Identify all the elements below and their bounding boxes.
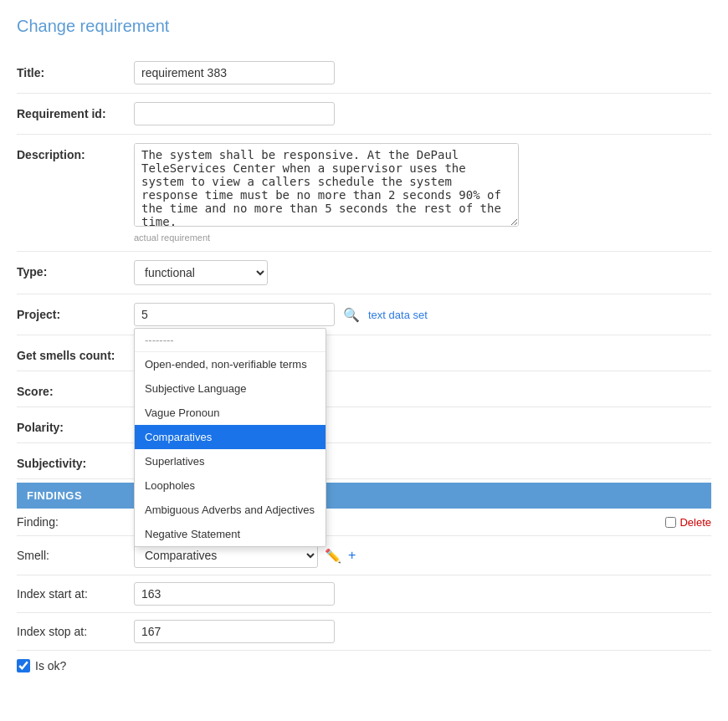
- score-label: Score:: [17, 380, 134, 398]
- project-wrap: 🔍 text data set -------- Open-ended, non…: [134, 303, 711, 326]
- project-row: Project: 🔍 text data set -------- Open-e…: [17, 294, 711, 335]
- dropdown-item-subjective[interactable]: Subjective Language: [135, 376, 326, 401]
- index-stop-field-wrap: [134, 620, 711, 643]
- subjectivity-label: Subjectivity:: [17, 452, 134, 470]
- description-row: Description: actual requirement: [17, 135, 711, 252]
- dropdown-item-negative[interactable]: Negative Statement: [135, 522, 326, 546]
- type-label: Type:: [17, 260, 134, 279]
- findings-header: FINDINGS: [17, 483, 711, 509]
- smell-add-icon[interactable]: +: [348, 548, 356, 563]
- is-ok-checkbox[interactable]: [17, 659, 30, 672]
- smells-count-row: Get smells count:: [17, 335, 711, 371]
- description-textarea[interactable]: [134, 143, 519, 227]
- index-stop-input[interactable]: [134, 620, 335, 643]
- title-input[interactable]: [134, 61, 335, 84]
- req-id-input[interactable]: [134, 102, 335, 125]
- delete-checkbox[interactable]: [665, 517, 676, 528]
- title-row: Title:: [17, 53, 711, 94]
- project-input[interactable]: [134, 303, 335, 326]
- subjectivity-row: Subjectivity:: [17, 443, 711, 479]
- project-search-button[interactable]: 🔍: [341, 305, 361, 325]
- index-start-field-wrap: [134, 582, 711, 606]
- delete-label: Delete: [679, 516, 711, 529]
- polarity-label: Polarity:: [17, 416, 134, 434]
- polarity-row: Polarity:: [17, 407, 711, 443]
- req-id-field-wrap: [134, 102, 711, 125]
- project-label: Project:: [17, 303, 134, 321]
- index-start-input[interactable]: [134, 582, 335, 606]
- dropdown-item-superlatives[interactable]: Superlatives: [135, 449, 326, 473]
- index-start-row: Index start at:: [17, 575, 711, 613]
- title-label: Title:: [17, 61, 134, 79]
- finding-row: Finding: 383:163-167 ✏️ Chan... Delete: [17, 509, 711, 536]
- smell-edit-icon[interactable]: ✏️: [325, 548, 341, 564]
- type-field-wrap: functional non-functional business rule …: [134, 260, 711, 285]
- description-field-wrap: actual requirement: [134, 143, 711, 243]
- smell-label: Smell:: [17, 549, 134, 562]
- finding-label: Finding:: [17, 515, 134, 529]
- dropdown-item-comparatives[interactable]: Comparatives: [135, 425, 326, 449]
- type-row: Type: functional non-functional business…: [17, 252, 711, 294]
- smell-row: Smell: Comparatives Open-ended, non-veri…: [17, 536, 711, 575]
- score-row: Score:: [17, 371, 711, 407]
- description-hint: actual requirement: [134, 233, 711, 243]
- index-stop-label: Index stop at:: [17, 625, 134, 638]
- delete-wrap: Delete: [665, 516, 711, 529]
- is-ok-row: Is ok?: [17, 651, 711, 681]
- smell-dropdown-menu: -------- Open-ended, non-verifiable term…: [134, 328, 326, 547]
- title-field-wrap: [134, 61, 711, 84]
- dropdown-item-loopholes[interactable]: Loopholes: [135, 473, 326, 498]
- type-select[interactable]: functional non-functional business rule …: [134, 260, 268, 285]
- dropdown-separator: --------: [135, 329, 326, 352]
- index-start-label: Index start at:: [17, 587, 134, 601]
- index-stop-row: Index stop at:: [17, 613, 711, 651]
- is-ok-label: Is ok?: [35, 659, 66, 672]
- dropdown-item-ambiguous[interactable]: Ambiguous Adverbs and Adjectives: [135, 498, 326, 522]
- project-field-wrap: 🔍 text data set -------- Open-ended, non…: [134, 303, 711, 326]
- dropdown-item-vague-pronoun[interactable]: Vague Pronoun: [135, 401, 326, 425]
- req-id-row: Requirement id:: [17, 94, 711, 135]
- description-label: Description:: [17, 143, 134, 161]
- page-title: Change requirement: [17, 17, 711, 36]
- req-id-label: Requirement id:: [17, 102, 134, 120]
- smells-count-label: Get smells count:: [17, 344, 134, 362]
- dropdown-item-open-ended[interactable]: Open-ended, non-verifiable terms: [135, 352, 326, 376]
- text-data-set-link[interactable]: text data set: [368, 309, 428, 321]
